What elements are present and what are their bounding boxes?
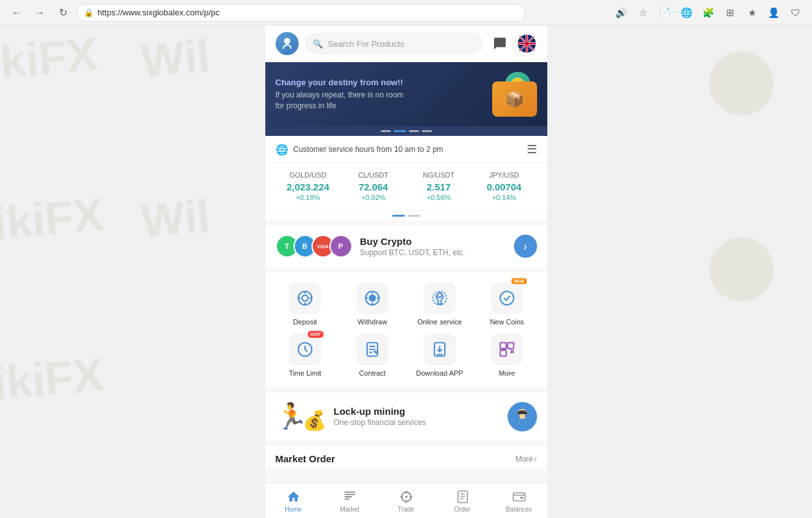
withdraw-label: Withdraw — [358, 318, 387, 326]
download-app-label: Download APP — [416, 369, 463, 377]
action-new-coins[interactable]: NEW New Coins — [477, 282, 537, 326]
nav-home[interactable]: Home — [265, 487, 322, 515]
service-bar-left: 🌐 Customer service hours from 10 am to 2… — [276, 144, 443, 156]
search-placeholder: Search For Products — [328, 39, 404, 49]
read-aloud-button[interactable]: 🔊 — [612, 4, 630, 22]
banner-dot-4 — [422, 130, 432, 132]
collections-button[interactable]: 👤 — [765, 4, 783, 22]
more-icon — [491, 333, 523, 365]
price-change-ng: +0.56% — [406, 194, 472, 201]
price-item-cl: CL/USDT 72.064 +0.02% — [341, 171, 406, 201]
svg-rect-12 — [501, 343, 506, 349]
reader-view-button[interactable]: 📄 — [656, 4, 674, 22]
lock-icon: 🔒 — [84, 8, 94, 17]
action-grid: Deposit Withdraw Online ser — [265, 272, 547, 387]
watermark-logo-2 — [709, 237, 774, 301]
price-label-jpy: JPY/USD — [472, 171, 537, 179]
online-service-label: Online service — [417, 318, 462, 326]
globe-icon: 🌐 — [276, 144, 288, 156]
banner-title: Change your destiny from now!! — [276, 78, 404, 87]
mining-subtitle: One-stop financial services — [334, 418, 500, 427]
buy-crypto-subtitle: Support BTC, USDT, ETH, etc. — [360, 248, 506, 257]
nav-balances-label: Balances — [506, 506, 532, 513]
ticker-dots — [265, 211, 547, 221]
banner-dots — [265, 126, 547, 136]
action-download-app[interactable]: Download APP — [410, 333, 470, 377]
language-selector[interactable] — [517, 33, 537, 54]
buy-crypto-title: Buy Crypto — [360, 236, 506, 247]
svg-rect-13 — [508, 343, 513, 349]
market-order-title: Market Order — [276, 453, 335, 464]
nav-trade[interactable]: Trade — [378, 487, 435, 515]
split-view-button[interactable]: ⊞ — [721, 4, 739, 22]
action-deposit[interactable]: Deposit — [276, 282, 335, 326]
banner-dot-1 — [381, 130, 391, 132]
url-text: https://www.sixglobalex.com/p/pc — [97, 8, 220, 17]
back-button[interactable]: ← — [8, 4, 26, 22]
price-label-ng: NG/USDT — [406, 171, 472, 179]
buy-crypto-section: T B VISA P Buy Crypto Support BTC, USDT,… — [265, 226, 547, 267]
price-value-jpy: 0.00704 — [472, 181, 537, 192]
banner: Change your destiny from now!! If you al… — [265, 62, 547, 126]
watermark-4: Wil — [138, 29, 211, 87]
nav-order[interactable]: Order — [435, 487, 491, 515]
service-bar: 🌐 Customer service hours from 10 am to 2… — [265, 136, 547, 163]
coin-box: 📦 — [492, 81, 537, 117]
search-bar[interactable]: 🔍 Search For Products — [305, 33, 483, 54]
price-change-cl: +0.02% — [341, 194, 406, 201]
address-bar[interactable]: 🔒 https://www.sixglobalex.com/p/pc — [77, 4, 526, 22]
mining-illustration: 🏃 💰 — [276, 401, 326, 431]
mining-text: Lock-up mining One-stop financial servic… — [334, 406, 500, 427]
mining-title: Lock-up mining — [334, 406, 500, 417]
deposit-label: Deposit — [293, 318, 317, 326]
crypto-logos: T B VISA P — [276, 235, 352, 258]
forward-button[interactable]: → — [31, 4, 49, 22]
online-service-icon — [424, 282, 456, 314]
nav-balances[interactable]: Balances — [491, 487, 547, 515]
svg-rect-22 — [513, 493, 524, 501]
svg-rect-18 — [516, 423, 529, 428]
app-container: 🔍 Search For Products — [265, 26, 547, 518]
edge-icon-button[interactable]: 🌐 — [677, 4, 695, 22]
banner-dot-3 — [409, 130, 419, 132]
app-logo — [276, 32, 299, 55]
price-item-jpy: JPY/USD 0.00704 +0.14% — [472, 171, 537, 201]
chat-button[interactable] — [490, 33, 510, 54]
favorites-button[interactable]: ★ — [743, 4, 761, 22]
action-time-limit[interactable]: HOT Time Limit — [276, 333, 335, 377]
watermark-3: ikiFX — [0, 348, 106, 410]
bookmark-star-button[interactable]: ☆ — [634, 4, 652, 22]
action-contract[interactable]: Contract — [343, 333, 402, 377]
price-item-ng: NG/USDT 2.517 +0.56% — [406, 171, 472, 201]
action-online-service[interactable]: Online service — [410, 282, 470, 326]
nav-home-label: Home — [285, 506, 302, 513]
svg-point-19 — [405, 496, 408, 498]
browser-actions: 🔊 ☆ 📄 🌐 🧩 ⊞ ★ 👤 🛡 — [612, 4, 804, 22]
mining-coin-icon: 💰 — [302, 409, 326, 431]
svg-point-6 — [438, 293, 442, 297]
buy-crypto-arrow-button[interactable]: › — [514, 235, 537, 258]
watermark-2: ikiFX — [0, 188, 106, 250]
action-more[interactable]: More — [477, 333, 537, 377]
refresh-button[interactable]: ↻ — [54, 4, 72, 22]
lockup-mining-section[interactable]: 🏃 💰 Lock-up mining One-stop financial se… — [265, 392, 547, 440]
svg-rect-14 — [501, 350, 506, 356]
nav-trade-label: Trade — [398, 506, 415, 513]
banner-subtitle: If you always repeat, there is no room f… — [276, 90, 404, 112]
nav-market[interactable]: Market — [322, 487, 378, 515]
withdraw-icon — [356, 282, 388, 314]
security-button[interactable]: 🛡 — [786, 4, 804, 22]
watermark-5: Wil — [138, 189, 211, 247]
action-withdraw[interactable]: Withdraw — [343, 282, 402, 326]
extensions-button[interactable]: 🧩 — [699, 4, 717, 22]
svg-point-5 — [369, 295, 375, 301]
price-change-jpy: +0.14% — [472, 194, 537, 201]
banner-image: 🪙 📦 — [479, 72, 537, 117]
price-value-cl: 72.064 — [341, 181, 406, 192]
buy-crypto-text: Buy Crypto Support BTC, USDT, ETH, etc. — [360, 236, 506, 257]
menu-icon[interactable]: ☰ — [527, 142, 537, 156]
new-badge: NEW — [511, 278, 527, 284]
market-order-more-button[interactable]: More › — [515, 455, 536, 464]
new-coins-icon: NEW — [491, 282, 523, 314]
price-label-cl: CL/USDT — [341, 171, 406, 179]
